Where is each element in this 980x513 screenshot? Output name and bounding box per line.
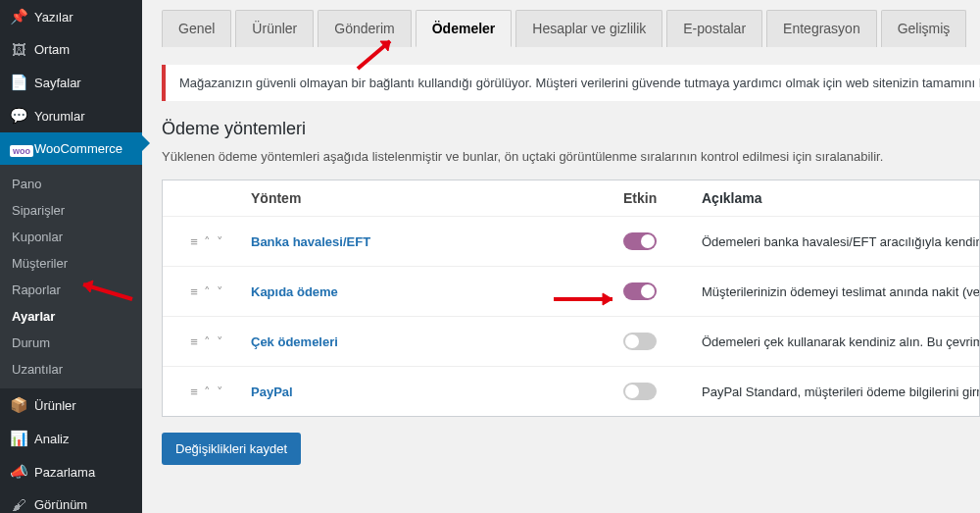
- col-description: Açıklama: [702, 190, 979, 206]
- table-row: ≡˄˅ Kapıda ödeme Müşterilerinizin ödemey…: [163, 267, 979, 317]
- woo-icon: woo: [10, 140, 27, 157]
- nav-label: Ürünler: [34, 398, 76, 413]
- nav-label: Görünüm: [34, 497, 87, 512]
- tab-products[interactable]: Ürünler: [235, 10, 314, 47]
- products-icon: 📦: [10, 396, 27, 414]
- drag-handle-icon[interactable]: ≡: [190, 385, 198, 399]
- nav-label: Yorumlar: [34, 109, 85, 124]
- sidebar-item-marketing[interactable]: 📣Pazarlama: [0, 455, 142, 488]
- brush-icon: 🖌: [10, 496, 27, 513]
- settings-tabs: Genel Ürünler Gönderim Ödemeler Hesaplar…: [162, 10, 980, 47]
- enable-toggle-cheque[interactable]: [623, 333, 657, 350]
- sidebar-item-products[interactable]: 📦Ürünler: [0, 388, 142, 422]
- submenu-orders[interactable]: Siparişler: [0, 197, 142, 224]
- gateway-link-paypal[interactable]: PayPal: [251, 385, 293, 399]
- gateway-description: Ödemeleri banka havalesi/EFT aracılığıyl…: [702, 234, 979, 249]
- gateway-description: Müşterilerinizin ödemeyi teslimat anında…: [702, 284, 979, 299]
- move-up-icon[interactable]: ˄: [204, 385, 211, 399]
- chart-icon: 📊: [10, 430, 27, 447]
- move-up-icon[interactable]: ˄: [204, 284, 211, 299]
- submenu-dashboard[interactable]: Pano: [0, 171, 142, 197]
- gateway-description: PayPal Standard, müşterileri ödeme bilgi…: [702, 385, 979, 399]
- media-icon: 🖼: [10, 41, 27, 58]
- enable-toggle-cod[interactable]: [623, 282, 657, 300]
- drag-handle-icon[interactable]: ≡: [190, 284, 198, 299]
- gateway-link-cheque[interactable]: Çek ödemeleri: [251, 334, 338, 349]
- sidebar-item-pages[interactable]: 📄Sayfalar: [0, 66, 142, 99]
- page-heading: Ödeme yöntemleri: [162, 119, 980, 139]
- nav-label: Yazılar: [34, 10, 74, 25]
- table-row: ≡˄˅ PayPal PayPal Standard, müşterileri …: [163, 367, 979, 416]
- gateway-description: Ödemeleri çek kullanarak kendiniz alın. …: [702, 334, 979, 349]
- megaphone-icon: 📣: [10, 463, 27, 481]
- tab-payments[interactable]: Ödemeler: [416, 10, 513, 47]
- pin-icon: 📌: [10, 8, 27, 26]
- sidebar-item-appearance[interactable]: 🖌Görünüm: [0, 488, 142, 513]
- move-down-icon[interactable]: ˅: [217, 334, 223, 349]
- sidebar-submenu: Pano Siparişler Kuponlar Müşteriler Rapo…: [0, 165, 142, 388]
- nav-label: WooCommerce: [34, 141, 122, 156]
- enable-toggle-bacs[interactable]: [623, 232, 657, 250]
- submenu-customers[interactable]: Müşteriler: [0, 250, 142, 277]
- nav-label: Sayfalar: [34, 76, 81, 90]
- sidebar-item-posts[interactable]: 📌Yazılar: [0, 0, 142, 33]
- move-up-icon[interactable]: ˄: [204, 234, 211, 249]
- page-icon: 📄: [10, 74, 27, 91]
- move-down-icon[interactable]: ˅: [217, 385, 223, 399]
- tab-advanced[interactable]: Gelişmiş: [881, 10, 967, 47]
- save-changes-button[interactable]: Değişiklikleri kaydet: [162, 433, 301, 465]
- tab-general[interactable]: Genel: [162, 10, 231, 47]
- sidebar-item-media[interactable]: 🖼Ortam: [0, 33, 142, 66]
- active-indicator-icon: [142, 135, 150, 151]
- drag-handle-icon[interactable]: ≡: [190, 334, 198, 349]
- page-description: Yüklenen ödeme yöntemleri aşağıda listel…: [162, 149, 980, 164]
- table-row: ≡˄˅ Banka havalesi/EFT Ödemeleri banka h…: [163, 217, 979, 267]
- https-warning-notice: Mağazanızın güvenli olmayan bir bağlantı…: [162, 65, 980, 101]
- admin-sidebar: 📌Yazılar 🖼Ortam 📄Sayfalar 💬Yorumlar woo …: [0, 0, 142, 513]
- tab-emails[interactable]: E-postalar: [666, 10, 762, 47]
- sidebar-item-woocommerce[interactable]: woo WooCommerce: [0, 132, 142, 165]
- tab-shipping[interactable]: Gönderim: [318, 10, 411, 47]
- submenu-coupons[interactable]: Kuponlar: [0, 224, 142, 250]
- move-up-icon[interactable]: ˄: [204, 334, 211, 349]
- submenu-settings[interactable]: Ayarlar: [0, 303, 142, 330]
- submenu-reports[interactable]: Raporlar: [0, 277, 142, 303]
- tab-accounts[interactable]: Hesaplar ve gizlilik: [515, 10, 662, 47]
- move-down-icon[interactable]: ˅: [217, 234, 223, 249]
- nav-label: Pazarlama: [34, 465, 95, 480]
- submenu-extensions[interactable]: Uzantılar: [0, 356, 142, 383]
- move-down-icon[interactable]: ˅: [217, 284, 223, 299]
- gateway-link-bacs[interactable]: Banka havalesi/EFT: [251, 234, 370, 249]
- enable-toggle-paypal[interactable]: [623, 383, 657, 400]
- comment-icon: 💬: [10, 107, 27, 125]
- gateway-link-cod[interactable]: Kapıda ödeme: [251, 284, 338, 299]
- nav-label: Analiz: [34, 432, 69, 446]
- col-enabled: Etkin: [623, 190, 702, 206]
- submenu-status[interactable]: Durum: [0, 330, 142, 356]
- sidebar-item-comments[interactable]: 💬Yorumlar: [0, 99, 142, 132]
- payment-methods-table: Yöntem Etkin Açıklama ≡˄˅ Banka havalesi…: [162, 180, 980, 417]
- main-content: Genel Ürünler Gönderim Ödemeler Hesaplar…: [142, 0, 980, 513]
- col-method: Yöntem: [251, 190, 623, 206]
- sidebar-item-analytics[interactable]: 📊Analiz: [0, 422, 142, 455]
- table-row: ≡˄˅ Çek ödemeleri Ödemeleri çek kullanar…: [163, 317, 979, 367]
- drag-handle-icon[interactable]: ≡: [190, 234, 198, 249]
- tab-integration[interactable]: Entegrasyon: [766, 10, 877, 47]
- nav-label: Ortam: [34, 42, 70, 57]
